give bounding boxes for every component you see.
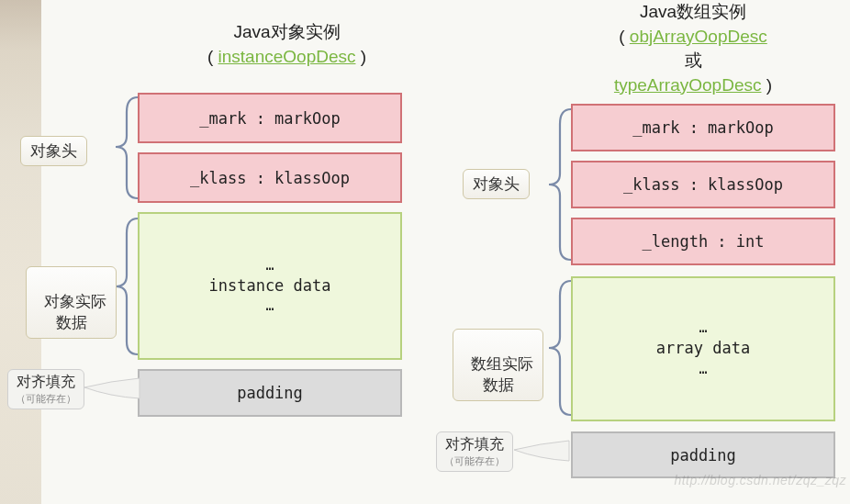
left-padding-callout: 对齐填充 （可能存在）	[7, 369, 84, 409]
right-padding-callout-t1: 对齐填充	[444, 435, 505, 454]
right-padding-tail	[512, 439, 576, 466]
left-padding-text: padding	[237, 384, 303, 402]
left-title-link[interactable]: instanceOopDesc	[218, 47, 356, 66]
left-data-content: … instance data …	[208, 256, 330, 317]
right-data-label-text: 数组实际 数据	[471, 355, 533, 394]
right-padding-text: padding	[670, 446, 736, 465]
left-data-label: 对象实际 数据	[26, 266, 117, 339]
left-title-text: Java对象实例	[233, 22, 340, 41]
left-mark-text: _mark : markOop	[199, 109, 341, 128]
left-data-row: … instance data …	[138, 212, 402, 360]
left-header-label-text: 对象头	[30, 142, 77, 160]
left-data-mid: instance data	[208, 275, 330, 297]
right-data-content: … array data …	[656, 319, 750, 379]
right-mark-row: _mark : markOop	[571, 104, 835, 151]
left-header-label: 对象头	[20, 136, 87, 166]
left-padding-tail	[83, 376, 147, 404]
left-padding-row: padding	[138, 369, 402, 417]
right-header-brace	[542, 104, 573, 265]
right-klass-row: _klass : klassOop	[571, 161, 835, 208]
left-padding-callout-t2: （可能存在）	[16, 392, 76, 406]
left-mark-row: _mark : markOop	[138, 93, 402, 143]
left-klass-row: _klass : klassOop	[138, 152, 402, 203]
right-data-mid: array data	[656, 338, 750, 360]
right-title-link1[interactable]: objArrayOopDesc	[630, 27, 767, 46]
right-title-or: 或	[685, 50, 702, 70]
right-length-row: _length : int	[571, 218, 835, 265]
left-title: Java对象实例 ( instanceOopDesc )	[170, 20, 404, 69]
right-header-label-text: 对象头	[473, 175, 520, 193]
right-title-link2[interactable]: typeArrayOopDesc	[614, 75, 762, 95]
side-strip	[0, 0, 41, 504]
right-mark-text: _mark : markOop	[632, 118, 774, 137]
left-klass-text: _klass : klassOop	[190, 169, 350, 187]
left-padding-callout-t1: 对齐填充	[16, 373, 76, 392]
right-klass-text: _klass : klassOop	[623, 175, 783, 194]
right-length-text: _length : int	[642, 232, 764, 251]
left-data-label-text: 对象实际 数据	[44, 293, 106, 331]
right-header-label: 对象头	[463, 169, 530, 199]
right-title: Java数组实例 ( objArrayOopDesc 或 typeArrayOo…	[555, 0, 831, 97]
right-padding-callout-t2: （可能存在）	[444, 454, 505, 468]
right-data-label: 数组实际 数据	[453, 329, 543, 401]
right-padding-callout: 对齐填充 （可能存在）	[436, 431, 513, 472]
right-padding-row: padding	[571, 431, 835, 478]
watermark: http://blog.csdn.net/zqz_zqz	[674, 473, 846, 487]
right-title-text: Java数组实例	[640, 2, 746, 21]
left-header-brace	[108, 92, 140, 204]
right-data-brace	[542, 275, 573, 420]
right-data-row: … array data …	[571, 276, 835, 421]
